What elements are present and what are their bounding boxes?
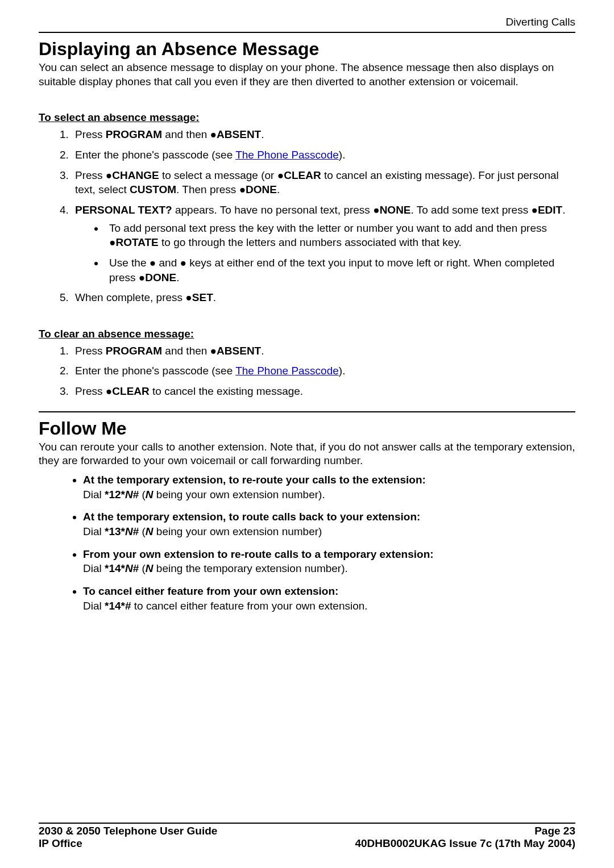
footer-rule [39, 823, 575, 824]
step: Press PROGRAM and then ●ABSENT. [72, 127, 575, 142]
section1-title: Displaying an Absence Message [39, 39, 575, 60]
page-header-right: Diverting Calls [39, 16, 575, 30]
phone-passcode-link-2[interactable]: The Phone Passcode [235, 365, 339, 377]
footer-right-1: Page 23 [534, 825, 575, 837]
section2-title: Follow Me [39, 418, 575, 439]
sub-bullet: To add personal text press the key with … [105, 221, 575, 250]
step: When complete, press ●SET. [72, 290, 575, 305]
step: Enter the phone's passcode (see The Phon… [72, 364, 575, 378]
footer-left-1: 2030 & 2050 Telephone User Guide [39, 825, 217, 837]
step: Enter the phone's passcode (see The Phon… [72, 148, 575, 162]
list-item: At the temporary extension, to route cal… [83, 510, 575, 539]
sub-bullets: To add personal text press the key with … [75, 221, 575, 285]
section1-intro: You can select an absence message to dis… [39, 61, 575, 89]
step: Press ●CLEAR to cancel the existing mess… [72, 384, 575, 399]
sub-bullet: Use the ● and ● keys at either end of th… [105, 256, 575, 285]
page-footer: 2030 & 2050 Telephone User Guide Page 23… [39, 823, 575, 850]
step: Press PROGRAM and then ●ABSENT. [72, 344, 575, 358]
select-absence-steps: Press PROGRAM and then ●ABSENT. Enter th… [39, 127, 575, 304]
header-rule [39, 32, 575, 33]
clear-absence-subhead: To clear an absence message: [39, 328, 575, 340]
section2-intro: You can reroute your calls to another ex… [39, 440, 575, 468]
select-absence-subhead: To select an absence message: [39, 111, 575, 124]
list-item: To cancel either feature from your own e… [83, 584, 575, 613]
step: PERSONAL TEXT? appears. To have no perso… [72, 203, 575, 285]
phone-passcode-link[interactable]: The Phone Passcode [235, 149, 339, 161]
list-item: At the temporary extension, to re-route … [83, 473, 575, 502]
footer-right-2: 40DHB0002UKAG Issue 7c (17th May 2004) [355, 837, 575, 850]
list-item: From your own extension to re-route call… [83, 547, 575, 576]
footer-left-2: IP Office [39, 837, 82, 850]
step: Press ●CHANGE to select a message (or ●C… [72, 168, 575, 197]
follow-me-list: At the temporary extension, to re-route … [39, 473, 575, 613]
section-rule [39, 411, 575, 412]
clear-absence-steps: Press PROGRAM and then ●ABSENT. Enter th… [39, 344, 575, 399]
